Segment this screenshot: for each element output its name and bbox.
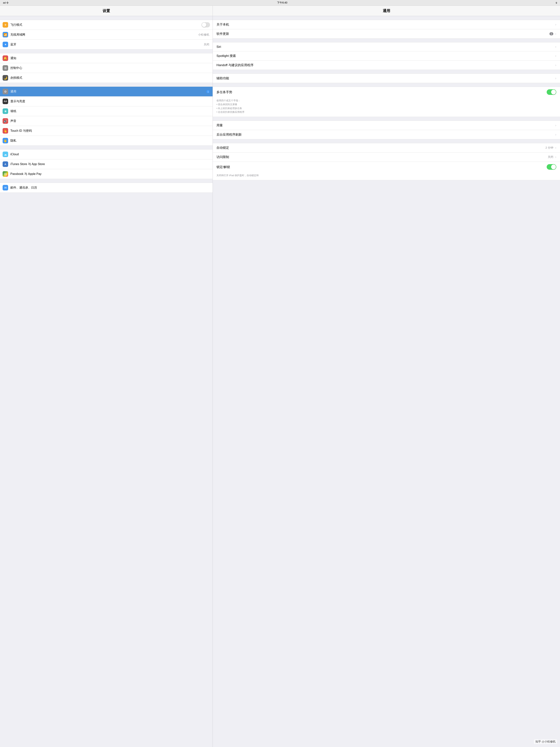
sidebar-section-1: ✈ 飞行模式 📶 无线局域网 小松修机 ✦ 蓝牙 关闭 <box>0 20 213 49</box>
restrictions-label: 访问限制 <box>216 155 548 159</box>
sidebar-item-privacy[interactable]: 🖐 隐私 <box>0 136 213 146</box>
right-item-accessibility[interactable]: 辅助功能 › <box>213 74 560 83</box>
wifi-icon: 📶 <box>3 32 8 37</box>
sidebar-item-label-passbook: Passbook 与 Apple Pay <box>10 172 210 176</box>
bluetooth-icon: ✦ <box>3 42 8 47</box>
sidebar-item-donotdisturb[interactable]: 🌙 勿扰模式 <box>0 73 213 83</box>
restrictions-value: 关闭 <box>548 155 553 159</box>
softwareupdate-chevron: › <box>555 32 556 36</box>
sidebar-item-label-control: 控制中心 <box>10 66 210 70</box>
lockswitch-description: 关闭和打开 iPad 保护盖时，自动锁定和 <box>213 172 560 180</box>
right-item-siri[interactable]: Siri › <box>213 42 560 51</box>
right-item-restrictions[interactable]: 访问限制 关闭 › <box>213 153 560 162</box>
sidebar-item-label-touchid: Touch ID 与密码 <box>10 129 210 133</box>
right-header: 通用 <box>213 6 560 16</box>
status-bar: ad 令 下午6:40 9 <box>0 0 560 6</box>
multitask-description: 使用四个或五个手指：• 捏合来回到主屏幕• 向上轻扫来处理多任务• 左右轻扫来切… <box>213 97 560 117</box>
donotdisturb-icon: 🌙 <box>3 75 8 81</box>
spotlight-chevron: › <box>555 54 556 58</box>
right-item-spotlight[interactable]: Spotlight 搜索 › <box>213 51 560 60</box>
display-icon: AA <box>3 99 8 104</box>
sidebar-item-sound[interactable]: 🔊 声音 <box>0 116 213 126</box>
lockswitch-toggle[interactable] <box>547 164 556 170</box>
touchid-icon: 👆 <box>3 128 8 134</box>
restrictions-chevron: › <box>555 155 556 159</box>
right-item-handoff[interactable]: Handoff 与建议的应用程序 › <box>213 60 560 70</box>
airplane-icon: ✈ <box>3 22 8 28</box>
notification-icon: 🔔 <box>3 55 8 61</box>
wifi-value: 小松修机 <box>198 33 209 36</box>
airplane-toggle[interactable] <box>202 22 210 27</box>
sidebar-item-notification[interactable]: 🔔 通知 <box>0 53 213 63</box>
siri-chevron: › <box>555 45 556 49</box>
softwareupdate-badge: 1 <box>550 32 553 35</box>
sidebar-section-5: ✉ 邮件、通讯录、日历 <box>0 183 213 193</box>
sidebar-item-label-itunes: iTunes Store 与 App Store <box>10 162 210 166</box>
handoff-label: Handoff 与建议的应用程序 <box>216 63 555 67</box>
watermark: 知乎 @小松修机 <box>534 740 557 744</box>
sidebar-item-label-icloud: iCloud <box>10 153 210 156</box>
right-section-6: 自动锁定 2 分钟 › 访问限制 关闭 › 锁定/解锁 关闭和打开 iPad 保… <box>213 143 560 180</box>
right-item-multitask[interactable]: 多任务手势 <box>213 87 560 97</box>
usage-chevron: › <box>555 123 556 127</box>
sidebar-item-label-general: 通用 <box>10 90 205 94</box>
mail-icon: ✉ <box>3 185 8 190</box>
lockswitch-label: 锁定/解锁 <box>216 165 547 169</box>
accessibility-label: 辅助功能 <box>216 76 555 80</box>
spotlight-label: Spotlight 搜索 <box>216 54 555 58</box>
sidebar-item-label-mail: 邮件、通讯录、日历 <box>10 186 210 190</box>
sidebar-item-general[interactable]: ⚙ 通用 1 <box>0 86 213 97</box>
about-chevron: › <box>555 23 556 26</box>
about-label: 关于本机 <box>216 22 555 27</box>
right-item-autolock[interactable]: 自动锁定 2 分钟 › <box>213 143 560 153</box>
sidebar-item-bluetooth[interactable]: ✦ 蓝牙 关闭 <box>0 40 213 49</box>
lockswitch-desc-text: 关闭和打开 iPad 保护盖时，自动锁定和 <box>216 174 556 178</box>
general-icon: ⚙ <box>3 89 8 94</box>
status-time: 下午6:40 <box>277 1 287 4</box>
right-panel: 通用 关于本机 › 软件更新 1 › Siri › Spotlight 搜索 › <box>213 6 560 747</box>
sidebar-item-wifi[interactable]: 📶 无线局域网 小松修机 <box>0 30 213 40</box>
itunes-icon: A <box>3 161 8 167</box>
passbook-icon: ▤ <box>3 171 8 177</box>
wallpaper-icon: ❀ <box>3 108 8 114</box>
sidebar-item-control[interactable]: ⊞ 控制中心 <box>0 63 213 73</box>
accessibility-chevron: › <box>555 76 556 80</box>
multitask-toggle[interactable] <box>547 89 556 95</box>
softwareupdate-label: 软件更新 <box>216 32 550 36</box>
control-icon: ⊞ <box>3 65 8 71</box>
usage-label: 用量 <box>216 123 555 127</box>
sidebar-section-3: ⚙ 通用 1 AA 显示与亮度 ❀ 墙纸 🔊 声音 👆 Touch ID 与密码 <box>0 86 213 146</box>
autolock-value: 2 分钟 <box>545 146 553 150</box>
right-section-2: Siri › Spotlight 搜索 › Handoff 与建议的应用程序 › <box>213 42 560 70</box>
bluetooth-value: 关闭 <box>204 43 209 46</box>
right-item-about[interactable]: 关于本机 › <box>213 20 560 29</box>
sidebar-item-label-display: 显示与亮度 <box>10 100 210 103</box>
autolock-chevron: › <box>555 146 556 150</box>
sidebar-item-label-airplane: 飞行模式 <box>10 23 202 27</box>
right-item-backgroundrefresh[interactable]: 后台应用程序刷新 › <box>213 130 560 139</box>
backgroundrefresh-label: 后台应用程序刷新 <box>216 132 555 137</box>
sidebar-item-icloud[interactable]: ☁ iCloud <box>0 149 213 159</box>
sound-icon: 🔊 <box>3 118 8 124</box>
multitask-desc-text: 使用四个或五个手指：• 捏合来回到主屏幕• 向上轻扫来处理多任务• 左右轻扫来切… <box>216 99 556 114</box>
status-right: 9 <box>556 1 557 4</box>
sidebar-item-label-wallpaper: 墙纸 <box>10 109 210 113</box>
sidebar-item-label-notification: 通知 <box>10 56 210 60</box>
sidebar-item-wallpaper[interactable]: ❀ 墙纸 <box>0 106 213 116</box>
sidebar-item-passbook[interactable]: ▤ Passbook 与 Apple Pay <box>0 169 213 179</box>
sidebar-item-airplane[interactable]: ✈ 飞行模式 <box>0 20 213 30</box>
sidebar-item-touchid[interactable]: 👆 Touch ID 与密码 <box>0 126 213 136</box>
sidebar-section-4: ☁ iCloud A iTunes Store 与 App Store ▤ Pa… <box>0 149 213 179</box>
icloud-icon: ☁ <box>3 152 8 157</box>
sidebar-item-mail[interactable]: ✉ 邮件、通讯录、日历 <box>0 183 213 193</box>
autolock-label: 自动锁定 <box>216 146 545 150</box>
sidebar-item-itunes[interactable]: A iTunes Store 与 App Store <box>0 159 213 169</box>
siri-label: Siri <box>216 45 555 49</box>
right-section-4: 多任务手势 使用四个或五个手指：• 捏合来回到主屏幕• 向上轻扫来处理多任务• … <box>213 87 560 117</box>
right-item-usage[interactable]: 用量 › <box>213 121 560 130</box>
sidebar-header: 设置 <box>0 6 213 16</box>
right-item-lockswitch[interactable]: 锁定/解锁 <box>213 162 560 172</box>
sidebar-item-label-donotdisturb: 勿扰模式 <box>10 76 210 80</box>
sidebar-item-display[interactable]: AA 显示与亮度 <box>0 97 213 106</box>
right-item-softwareupdate[interactable]: 软件更新 1 › <box>213 29 560 38</box>
